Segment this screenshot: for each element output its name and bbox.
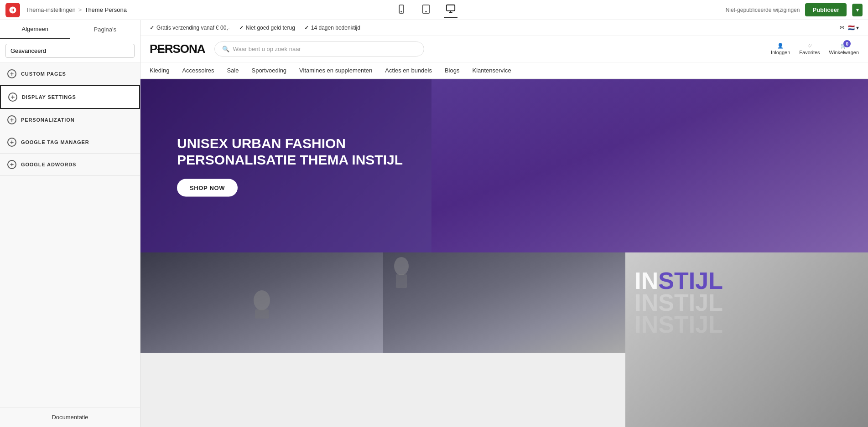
product-card-1[interactable] (140, 252, 383, 427)
breadcrumb-separator: > (78, 6, 82, 13)
svg-point-7 (394, 257, 409, 275)
search-bar[interactable]: 🔍 Waar bent u op zoek naar (214, 41, 424, 57)
announcement-checks: Gratis verzending vanaf € 00,- Niet goed… (150, 25, 360, 31)
svg-point-3 (426, 11, 426, 12)
heart-icon: ♡ (807, 43, 812, 49)
display-settings-label: DISPLAY SETTINGS (22, 94, 76, 100)
nav-acties[interactable]: Acties en bundels (379, 67, 438, 74)
sidebar-item-google-tag-manager[interactable]: + GOOGLE TAG MANAGER (0, 131, 140, 154)
device-switcher (127, 2, 726, 18)
personalization-label: PERSONALIZATION (21, 117, 75, 123)
flag-icon: 🇳🇱 ▾ (848, 25, 859, 31)
favorites-action[interactable]: ♡ Favorites (799, 43, 820, 55)
nav-blogs[interactable]: Blogs (438, 67, 466, 74)
hero-content: UNISEX URBAN FASHION PERSONALISATIE THEM… (177, 135, 403, 197)
search-placeholder: Waar bent u op zoek naar (233, 46, 301, 52)
store-preview: Gratis verzending vanaf € 00,- Niet goed… (140, 20, 868, 427)
product-card-3[interactable]: INSTIJL INSTIJL INSTIJL (625, 252, 868, 427)
header-actions: 👤 Inloggen ♡ Favorites 🛒0 Winkelwagen (771, 43, 859, 55)
sidebar-item-custom-pages[interactable]: + CUSTOM PAGES (0, 63, 140, 85)
custom-pages-label: CUSTOM PAGES (21, 71, 66, 77)
store-nav: Kleding Accessoires Sale Sportvoeding Vi… (140, 62, 868, 79)
user-icon: 👤 (777, 43, 784, 49)
unpublished-label: Niet-gepubliceerde wijzigingen (726, 7, 800, 13)
sidebar-item-personalization[interactable]: + PERSONALIZATION (0, 109, 140, 131)
breadcrumb: Thema-instellingen > Theme Persona (26, 6, 127, 13)
tab-general[interactable]: Algemeen (0, 20, 70, 39)
nav-sale[interactable]: Sale (220, 67, 245, 74)
publish-dropdown-button[interactable]: ▾ (852, 4, 863, 16)
check-item-shipping: Gratis verzending vanaf € 00,- (150, 25, 230, 31)
svg-rect-4 (447, 5, 455, 11)
cart-action[interactable]: 🛒0 Winkelwagen (829, 43, 859, 55)
sidebar-select[interactable]: Geavanceerd (5, 44, 135, 58)
card-text-repeat-2: INSTIJL (634, 313, 723, 336)
store-header: PERSONA 🔍 Waar bent u op zoek naar 👤 Inl… (140, 36, 868, 62)
mobile-device-button[interactable] (395, 2, 408, 18)
google-tag-manager-label: GOOGLE TAG MANAGER (21, 139, 89, 145)
announcement-icons: ✉ 🇳🇱 ▾ (840, 25, 859, 31)
plus-icon: + (7, 69, 16, 78)
login-action[interactable]: 👤 Inloggen (771, 43, 790, 55)
nav-sportvoeding[interactable]: Sportvoeding (245, 67, 293, 74)
sidebar-footer: Documentatie (0, 407, 140, 427)
sidebar: Algemeen Pagina's Geavanceerd + CUSTOM P… (0, 20, 140, 427)
svg-rect-8 (396, 274, 407, 288)
svg-point-1 (401, 11, 402, 12)
breadcrumb-current: Theme Persona (84, 6, 127, 13)
plus-icon-personal: + (7, 115, 16, 124)
check-item-return: Niet goed geld terug (239, 25, 295, 31)
google-adwords-label: GOOGLE ADWORDS (21, 162, 76, 167)
top-bar-actions: Niet-gepubliceerde wijzigingen Publiceer… (726, 3, 863, 16)
nav-kleding[interactable]: Kleding (150, 67, 176, 74)
product-card-text-container: INSTIJL INSTIJL INSTIJL (625, 252, 868, 353)
svg-point-5 (254, 290, 270, 310)
hero-bg-figure (431, 79, 868, 252)
tablet-device-button[interactable] (419, 2, 433, 18)
card-text-in: IN (634, 268, 658, 294)
nav-accessoires[interactable]: Accessoires (176, 67, 220, 74)
check-item-days: 14 dagen bedenktijd (304, 25, 360, 31)
sidebar-item-display-settings[interactable]: + DISPLAY SETTINGS (0, 85, 140, 109)
nav-klantenservice[interactable]: Klantenservice (466, 67, 517, 74)
product-cards-row: INSTIJL INSTIJL INSTIJL (140, 252, 868, 427)
card-text-stijl: STIJL (658, 268, 723, 294)
app-logo[interactable] (5, 3, 20, 17)
product-card-image-1 (140, 252, 383, 353)
hero-cta-button[interactable]: SHOP NOW (177, 179, 238, 197)
hero-section: UNISEX URBAN FASHION PERSONALISATIE THEM… (140, 79, 868, 252)
tab-pages[interactable]: Pagina's (70, 20, 140, 39)
publish-button[interactable]: Publiceer (805, 3, 847, 16)
store-logo: PERSONA (150, 42, 205, 56)
instijl-overlay-text: INSTIJL INSTIJL INSTIJL (634, 269, 723, 336)
announcement-bar: Gratis verzending vanaf € 00,- Niet goed… (140, 20, 868, 36)
plus-icon-display: + (8, 93, 17, 102)
nav-vitamines[interactable]: Vitamines en supplementen (293, 67, 379, 74)
product-card-image-2 (383, 252, 626, 353)
cart-icon: 🛒0 (841, 43, 847, 49)
top-bar: Thema-instellingen > Theme Persona Niet-… (0, 0, 868, 20)
sidebar-item-google-adwords[interactable]: + GOOGLE ADWORDS (0, 154, 140, 176)
product-card-2[interactable] (383, 252, 626, 427)
email-icon: ✉ (840, 25, 844, 31)
breadcrumb-parent[interactable]: Thema-instellingen (26, 6, 76, 13)
sidebar-select-wrapper: Geavanceerd (0, 39, 140, 63)
search-icon: 🔍 (222, 46, 229, 52)
plus-icon-adwords: + (7, 160, 16, 169)
documentation-link[interactable]: Documentatie (52, 414, 88, 421)
desktop-device-button[interactable] (444, 2, 457, 18)
sidebar-tabs: Algemeen Pagina's (0, 20, 140, 39)
svg-rect-6 (255, 309, 269, 319)
hero-title: UNISEX URBAN FASHION PERSONALISATIE THEM… (177, 135, 403, 168)
main-layout: Algemeen Pagina's Geavanceerd + CUSTOM P… (0, 20, 868, 427)
plus-icon-gtm: + (7, 138, 16, 147)
